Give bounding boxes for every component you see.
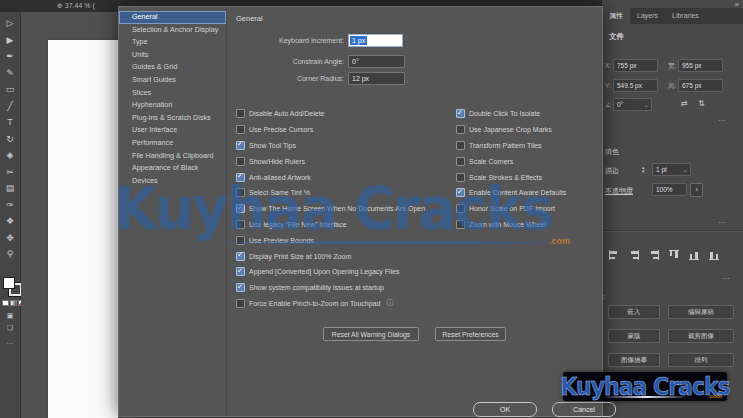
quick-action-button[interactable]: 编辑原稿 xyxy=(668,305,734,319)
checkbox-label: Double Click To Isolate xyxy=(469,110,540,117)
checkbox[interactable] xyxy=(456,157,465,166)
preferences-category[interactable]: Appearance of Black xyxy=(119,162,226,175)
selection-tool-icon[interactable]: ▷ xyxy=(7,18,14,29)
cancel-button[interactable]: Cancel xyxy=(552,402,616,417)
toolbar-more-icon[interactable]: … xyxy=(0,338,20,345)
screen-mode-icon[interactable]: ❏ xyxy=(0,324,20,332)
checkbox[interactable] xyxy=(236,252,245,261)
h-field[interactable]: 675 px xyxy=(678,79,723,92)
line-segment-tool-icon[interactable]: ╱ xyxy=(7,101,12,112)
scissors-tool-icon[interactable]: ✂ xyxy=(6,167,14,178)
gradient-tool-icon[interactable]: ▤ xyxy=(6,183,15,194)
w-label: 宽: xyxy=(668,62,676,71)
panel-divider xyxy=(602,230,743,231)
checkbox-row: Show/Hide Rulers ⓘ xyxy=(236,153,425,169)
appearance-more-icon[interactable]: … xyxy=(718,216,727,225)
flip-horizontal-icon[interactable]: ⇄ xyxy=(681,99,688,108)
checkbox[interactable] xyxy=(236,109,245,118)
hand-tool-icon[interactable]: ✥ xyxy=(6,233,14,244)
fill-swatch-icon[interactable] xyxy=(3,277,15,289)
info-icon[interactable]: ⓘ xyxy=(386,298,393,308)
checkbox[interactable] xyxy=(236,125,245,134)
stroke-weight-field[interactable]: 1 pt⌄ xyxy=(652,163,691,176)
checkbox-row: Use Precise Cursors ⓘ xyxy=(236,122,425,138)
type-tool-icon[interactable]: T xyxy=(7,117,13,128)
curvature-tool-icon[interactable]: ✎ xyxy=(6,68,14,79)
stroke-label[interactable]: 描边 xyxy=(605,166,619,176)
angle-dropdown[interactable]: 0°⌄ xyxy=(613,98,652,111)
y-field[interactable]: 549.5 px xyxy=(613,79,658,92)
checkbox[interactable] xyxy=(236,267,245,276)
checkbox-label: Scale Corners xyxy=(469,158,513,165)
scale-tool-icon[interactable]: ◈ xyxy=(7,150,14,161)
align-more-icon[interactable]: … xyxy=(722,272,731,281)
tool-list: ▷ ▶ ✒ ✎ ▭ ╱ T ↻ ◈ ✂ ▤ ✑ xyxy=(0,18,20,260)
align-bottom-icon[interactable] xyxy=(709,250,719,260)
checkbox-row: Display Print Size at 100% Zoom ⓘ xyxy=(236,248,425,264)
rectangle-tool-icon[interactable]: ▭ xyxy=(6,84,15,95)
ok-button[interactable]: OK xyxy=(473,402,537,417)
checkbox-label: Force Enable Pinch-to-Zoom on Touchpad xyxy=(249,300,380,307)
preferences-category[interactable]: File Handling & Clipboard xyxy=(119,150,226,163)
gradient-swatch-icon[interactable] xyxy=(10,300,17,306)
watermark-center-underline xyxy=(215,241,565,244)
pencil-tool-icon[interactable]: ✑ xyxy=(6,200,14,211)
blend-tool-icon[interactable]: ❖ xyxy=(6,216,14,227)
opacity-options-button[interactable]: › xyxy=(690,183,703,197)
stroke-stepper[interactable]: ▴▾ xyxy=(642,166,645,173)
checkbox[interactable] xyxy=(236,283,245,292)
panel-tab[interactable]: 属性 xyxy=(602,8,630,24)
checkbox-row: Append [Converted] Upon Opening Legacy F… xyxy=(236,264,425,280)
reset-warnings-button[interactable]: Reset All Warning Dialogs xyxy=(323,327,419,341)
checkbox[interactable] xyxy=(456,109,465,118)
align-top-icon[interactable] xyxy=(669,250,679,260)
align-right-icon[interactable] xyxy=(649,250,659,260)
checkbox-row: Double Click To Isolate xyxy=(456,106,566,122)
preferences-category[interactable]: Slices xyxy=(119,87,226,100)
zoom-tool-icon[interactable]: ⚲ xyxy=(7,249,14,260)
checkbox-row: Transform Pattern Tiles xyxy=(456,138,566,154)
checkbox[interactable] xyxy=(236,157,245,166)
checkbox[interactable] xyxy=(456,141,465,150)
align-middle-icon[interactable] xyxy=(689,250,699,260)
keyboard-increment-input[interactable]: 1 px xyxy=(348,34,403,47)
opacity-label[interactable]: 不透明度 xyxy=(605,186,633,196)
opacity-field[interactable]: 100% xyxy=(652,183,687,196)
panel-tab[interactable]: Layers xyxy=(630,8,665,24)
preferences-category[interactable]: Plug-ins & Scratch Disks xyxy=(119,112,226,125)
checkbox[interactable] xyxy=(236,299,245,308)
pen-tool-icon[interactable]: ✒ xyxy=(6,51,14,62)
x-field[interactable]: 755 px xyxy=(613,59,658,72)
checkbox[interactable] xyxy=(456,125,465,134)
quick-action-button[interactable]: 裁剪图像 xyxy=(668,329,734,343)
color-swatch-icon[interactable] xyxy=(2,300,9,306)
w-field[interactable]: 955 px xyxy=(678,59,723,72)
quick-action-button[interactable]: 图像描摹 xyxy=(608,353,660,367)
artboard[interactable] xyxy=(48,40,118,418)
align-center-icon[interactable] xyxy=(629,250,639,260)
align-left-icon[interactable] xyxy=(609,250,619,260)
panel-tab[interactable]: Libraries xyxy=(665,8,706,24)
fill-label[interactable]: 填色 xyxy=(605,147,619,157)
checkbox-label: Show Tool Tips xyxy=(249,142,296,149)
constrain-angle-input[interactable]: 0° xyxy=(348,55,405,68)
preferences-category[interactable]: Hyphenation xyxy=(119,99,226,112)
checkbox[interactable] xyxy=(236,141,245,150)
flip-vertical-icon[interactable]: ⇅ xyxy=(698,99,705,108)
fill-stroke-control[interactable] xyxy=(3,277,21,295)
preferences-category[interactable]: General xyxy=(119,11,226,24)
corner-radius-input[interactable]: 12 px xyxy=(348,72,405,85)
constrain-angle-label: Constrain Angle: xyxy=(179,55,344,68)
reset-preferences-button[interactable]: Reset Preferences xyxy=(435,327,506,341)
quick-action-button[interactable]: 蒙版 xyxy=(608,329,660,343)
preferences-category[interactable]: Performance xyxy=(119,137,226,150)
quick-action-button[interactable]: 嵌入 xyxy=(608,305,660,319)
draw-mode-icon[interactable]: ▣ xyxy=(0,312,20,320)
checkbox-row: Scale Corners xyxy=(456,153,566,169)
direct-selection-tool-icon[interactable]: ▶ xyxy=(7,35,14,46)
rotate-tool-icon[interactable]: ↻ xyxy=(6,134,14,145)
preferences-category[interactable]: User Interface xyxy=(119,124,226,137)
quick-action-button[interactable]: 排列 xyxy=(668,353,734,367)
align-buttons xyxy=(609,250,719,260)
transform-more-icon[interactable]: … xyxy=(718,114,727,123)
